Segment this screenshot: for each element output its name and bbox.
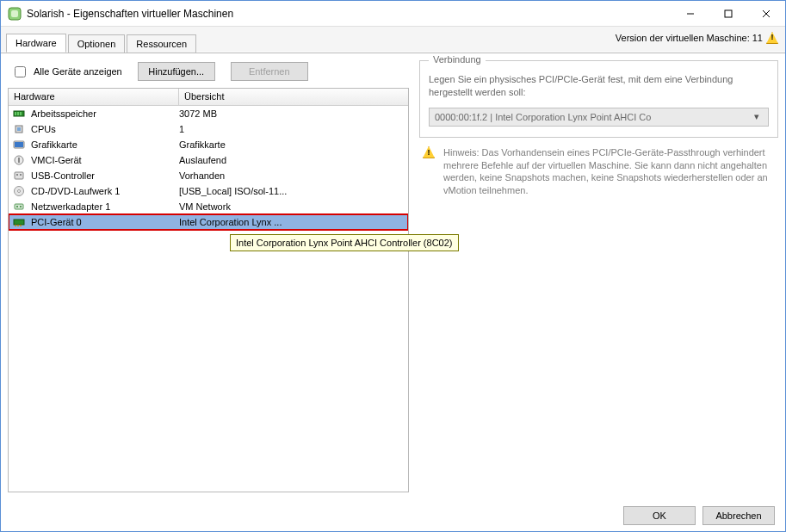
- svg-rect-16: [15, 172, 23, 179]
- add-button[interactable]: Hinzufügen...: [138, 62, 215, 81]
- tab-resources[interactable]: Ressourcen: [127, 34, 196, 53]
- vmci-icon: [12, 153, 26, 167]
- table-header: Hardware Übersicht: [9, 89, 408, 106]
- svg-rect-27: [20, 225, 22, 226]
- remove-button: Entfernen: [231, 62, 308, 81]
- tab-bar: Hardware Optionen Ressourcen Version der…: [1, 27, 785, 53]
- nic-icon: [12, 200, 26, 213]
- col-overview[interactable]: Übersicht: [179, 89, 408, 105]
- table-row[interactable]: Netzwerkadapter 1 VM Network: [9, 199, 408, 214]
- ok-button[interactable]: OK: [623, 506, 696, 525]
- tooltip: Intel Corporation Lynx Point AHCI Contro…: [230, 234, 459, 251]
- row-name: Grafikkarte: [31, 139, 179, 150]
- svg-rect-8: [17, 112, 19, 115]
- row-overview: 3072 MB: [179, 108, 408, 119]
- show-all-devices-label: Alle Geräte anzeigen: [34, 66, 122, 77]
- warning-icon: [766, 32, 778, 44]
- hint-text: Hinweis: Das Vorhandensein eines PCI/PCI…: [443, 146, 775, 197]
- show-all-devices-input[interactable]: [15, 66, 26, 77]
- hardware-table: Hardware Übersicht Arbeitsspeicher 3072 …: [8, 88, 409, 492]
- pci-icon: [12, 215, 26, 229]
- app-icon: [8, 7, 22, 21]
- svg-point-20: [18, 190, 21, 193]
- usb-icon: [12, 169, 26, 182]
- connection-groupbox: Verbindung Legen Sie ein physisches PCI/…: [419, 60, 778, 138]
- pci-device-select[interactable]: 0000:00:1f.2 | Intel Corporation Lynx Po…: [429, 108, 769, 127]
- row-name: CD-/DVD-Laufwerk 1: [31, 186, 179, 196]
- dialog-footer: OK Abbrechen: [623, 506, 775, 525]
- svg-rect-9: [20, 112, 22, 115]
- video-icon: [12, 138, 26, 152]
- pci-device-select-value: 0000:00:1f.2 | Intel Corporation Lynx Po…: [435, 112, 651, 122]
- svg-rect-21: [15, 204, 23, 209]
- tab-hardware[interactable]: Hardware: [6, 34, 66, 53]
- row-name: VMCI-Gerät: [31, 155, 179, 165]
- warning-icon: [423, 146, 436, 197]
- hint-row: Hinweis: Das Vorhandensein eines PCI/PCI…: [419, 146, 778, 197]
- svg-rect-26: [17, 225, 19, 226]
- tab-options[interactable]: Optionen: [68, 34, 126, 53]
- row-overview: Grafikkarte: [179, 139, 408, 150]
- table-row[interactable]: PCI-Gerät 0 Intel Corporation Lynx ...: [9, 214, 408, 230]
- svg-rect-7: [15, 112, 16, 115]
- row-overview: VM Network: [179, 201, 408, 212]
- vm-version-text: Version der virtuellen Maschine: 11: [616, 33, 763, 43]
- cpu-icon: [12, 122, 26, 136]
- cancel-button[interactable]: Abbrechen: [702, 506, 775, 525]
- cd-icon: [12, 184, 26, 198]
- svg-rect-18: [20, 174, 22, 176]
- svg-rect-22: [16, 206, 18, 207]
- title-bar: Solarish - Eigenschaften virtueller Masc…: [1, 1, 785, 27]
- table-row[interactable]: Grafikkarte Grafikkarte: [9, 137, 408, 152]
- close-button[interactable]: [747, 1, 785, 26]
- maximize-button[interactable]: [709, 1, 747, 26]
- row-name: Netzwerkadapter 1: [31, 201, 179, 212]
- svg-rect-3: [725, 10, 732, 17]
- left-panel: Alle Geräte anzeigen Hinzufügen... Entfe…: [8, 60, 409, 492]
- show-all-devices-checkbox[interactable]: Alle Geräte anzeigen: [11, 64, 122, 80]
- window-controls: [672, 1, 785, 26]
- row-overview: 1: [179, 124, 408, 134]
- svg-rect-24: [14, 220, 24, 225]
- row-overview: Vorhanden: [179, 170, 408, 181]
- groupbox-legend: Verbindung: [429, 54, 486, 65]
- svg-rect-23: [20, 206, 22, 207]
- svg-rect-1: [11, 10, 18, 17]
- table-row[interactable]: VMCI-Gerät Auslaufend: [9, 152, 408, 168]
- row-name: PCI-Gerät 0: [31, 217, 179, 227]
- right-panel: Verbindung Legen Sie ein physisches PCI/…: [419, 60, 778, 492]
- svg-rect-13: [15, 142, 23, 147]
- row-overview: Intel Corporation Lynx ...: [179, 217, 408, 227]
- table-row[interactable]: USB-Controller Vorhanden: [9, 168, 408, 183]
- row-name: Arbeitsspeicher: [31, 108, 179, 119]
- table-row[interactable]: CD-/DVD-Laufwerk 1 [USB_Local] ISO/sol-1…: [9, 183, 408, 199]
- svg-rect-11: [17, 127, 21, 131]
- memory-icon: [12, 107, 26, 121]
- minimize-button[interactable]: [672, 1, 709, 26]
- row-overview: [USB_Local] ISO/sol-11...: [179, 186, 408, 196]
- table-row[interactable]: Arbeitsspeicher 3072 MB: [9, 106, 408, 121]
- col-hardware[interactable]: Hardware: [9, 89, 179, 105]
- row-overview: Auslaufend: [179, 155, 408, 165]
- vm-version-label: Version der virtuellen Maschine: 11: [616, 32, 778, 44]
- svg-rect-25: [15, 225, 16, 226]
- window-title: Solarish - Eigenschaften virtueller Masc…: [27, 8, 233, 20]
- svg-rect-17: [16, 174, 18, 176]
- svg-rect-15: [18, 158, 20, 163]
- chevron-down-icon: ▾: [751, 111, 763, 122]
- table-row[interactable]: CPUs 1: [9, 121, 408, 137]
- groupbox-text: Legen Sie ein physisches PCI/PCIe-Gerät …: [429, 73, 769, 99]
- row-name: USB-Controller: [31, 170, 179, 181]
- row-name: CPUs: [31, 124, 179, 134]
